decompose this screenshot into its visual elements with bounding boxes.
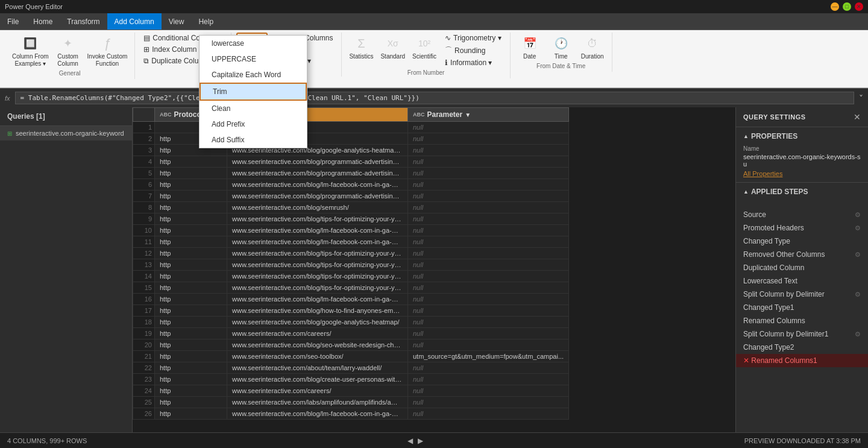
table-row[interactable]: 21httpwww.seerinteractive.com/seo-toolbo… [133, 351, 569, 362]
table-row[interactable]: 12httpwww.seerinteractive.com/blog/tips-… [133, 248, 569, 259]
capitalize-option[interactable]: Capitalize Each Word [200, 67, 307, 83]
menu-home[interactable]: Home [26, 13, 60, 30]
formula-input[interactable] [15, 92, 854, 104]
step-item-lowercased-text[interactable]: Lowercased Text [736, 274, 868, 288]
time-btn[interactable]: 🕐 Time [547, 33, 576, 62]
duration-btn[interactable]: ⏱ Duration [578, 33, 607, 62]
table-row[interactable]: 1www.seerinteractive.com/null [133, 122, 569, 133]
close-btn[interactable]: ✕ [855, 2, 863, 11]
step-item-split-column-by-delimiter[interactable]: Split Column by Delimiter⚙ [736, 288, 868, 301]
parameter-filter-btn[interactable]: ▼ [465, 112, 471, 118]
step-item-changed-type2[interactable]: Changed Type2 [736, 341, 868, 354]
table-row[interactable]: 17httpwww.seerinteractive.com/blog/how-t… [133, 305, 569, 317]
table-row[interactable]: 4httpwww.seerinteractive.com/blog/progra… [133, 156, 569, 168]
standard-btn[interactable]: Xσ Standard [378, 33, 407, 62]
scientific-btn[interactable]: 10² Scientific [410, 33, 439, 62]
clean-option[interactable]: Clean [200, 101, 307, 116]
add-prefix-option[interactable]: Add Prefix [200, 116, 307, 132]
step-label-changed-type: Changed Type [743, 237, 790, 245]
information-btn[interactable]: ℹ Information ▾ [441, 57, 505, 68]
cell-clean-url: www.seerinteractive.com/blog/tips-for-op… [227, 248, 408, 259]
table-row[interactable]: 25httpwww.seerinteractive.com/labs/ampli… [133, 397, 569, 408]
step-item-changed-type1[interactable]: Changed Type1 [736, 301, 868, 314]
table-row[interactable]: 15httpwww.seerinteractive.com/blog/tips-… [133, 282, 569, 294]
row-number: 2 [133, 133, 155, 145]
table-row[interactable]: 22httpwww.seerinteractive.com/about/team… [133, 362, 569, 374]
step-gear-source[interactable]: ⚙ [855, 211, 861, 219]
menu-file[interactable]: File [0, 13, 26, 30]
step-gear-split-column-by-delimiter[interactable]: ⚙ [855, 291, 861, 298]
table-row[interactable]: 11httpwww.seerinteractive.com/blog/lm-fa… [133, 236, 569, 248]
scroll-right-btn[interactable]: ▶ [418, 437, 423, 445]
cell-parameter: null [408, 397, 569, 408]
table-row[interactable]: 5httpwww.seerinteractive.com/blog/progra… [133, 168, 569, 179]
cell-clean-url: www.seerinteractive.com/blog/programmati… [227, 168, 408, 179]
menu-transform[interactable]: Transform [60, 13, 107, 30]
cell-clean-url: www.seerinteractive.com/blog/programmati… [227, 156, 408, 168]
rounding-btn[interactable]: ⌒ Rounding [441, 44, 505, 57]
table-row[interactable]: 7httpwww.seerinteractive.com/blog/progra… [133, 191, 569, 202]
step-gear-promoted-headers[interactable]: ⚙ [855, 224, 861, 232]
table-row[interactable]: 2httpwww.seerinteractive.com/null [133, 133, 569, 145]
scroll-left-btn[interactable]: ◀ [407, 437, 413, 445]
step-item-changed-type[interactable]: Changed Type [736, 235, 868, 248]
table-row[interactable]: 3httpwww.seerinteractive.com/blog/google… [133, 145, 569, 156]
invoke-custom-function-btn[interactable]: ƒ Invoke CustomFunction [85, 33, 130, 69]
table-row[interactable]: 16httpwww.seerinteractive.com/blog/lm-fa… [133, 294, 569, 305]
step-item-renamed-columns1[interactable]: ✕ Renamed Columns1 [736, 354, 868, 367]
column-from-examples-btn[interactable]: 🔲 Column FromExamples ▾ [10, 33, 51, 69]
step-label-split-column-by-delimiter1: Split Column by Delimiter1 [743, 330, 828, 338]
formula-expand-btn[interactable]: ˅ [859, 93, 863, 103]
row-number: 15 [133, 282, 155, 294]
sidebar: Queries [1] ⊞ seerinteractive.com-organi… [0, 107, 133, 432]
properties-label: PROPERTIES [751, 132, 797, 140]
from-date-items: 📅 Date 🕐 Time ⏱ Duration [515, 33, 607, 62]
step-item-source[interactable]: Source⚙ [736, 208, 868, 221]
menu-help[interactable]: Help [191, 13, 221, 30]
row-num-header [133, 108, 155, 122]
step-item-promoted-headers[interactable]: Promoted Headers⚙ [736, 221, 868, 235]
step-item-duplicated-column[interactable]: Duplicated Column [736, 261, 868, 274]
date-btn[interactable]: 📅 Date [515, 33, 544, 62]
step-gear-removed-other-columns[interactable]: ⚙ [855, 251, 861, 259]
table-row[interactable]: 20httpwww.seerinteractive.com/blog/seo-w… [133, 339, 569, 351]
step-item-renamed-columns[interactable]: Renamed Columns [736, 314, 868, 327]
maximize-btn[interactable]: □ [843, 2, 851, 11]
table-row[interactable]: 23httpwww.seerinteractive.com/blog/creat… [133, 374, 569, 385]
cell-parameter: null [408, 259, 569, 271]
lowercase-option[interactable]: lowercase [200, 36, 307, 51]
add-suffix-option[interactable]: Add Suffix [200, 132, 307, 148]
table-row[interactable]: 6httpwww.seerinteractive.com/blog/lm-fac… [133, 179, 569, 191]
uppercase-option[interactable]: UPPERCASE [200, 51, 307, 67]
table-row[interactable]: 14httpwww.seerinteractive.com/blog/tips-… [133, 271, 569, 282]
sidebar-item-seerinteractive[interactable]: ⊞ seerinteractive.com-organic-keyword [0, 126, 132, 140]
minimize-btn[interactable]: — [831, 2, 839, 11]
trigonometry-btn[interactable]: ∿ Trigonometry ▾ [441, 33, 505, 43]
cell-protocol: http [155, 168, 227, 179]
query-panel-close-btn[interactable]: ✕ [854, 112, 861, 122]
row-number: 21 [133, 351, 155, 362]
step-item-removed-other-columns[interactable]: Removed Other Columns⚙ [736, 248, 868, 261]
menu-view[interactable]: View [162, 13, 192, 30]
table-row[interactable]: 24httpwww.seerinteractive.com/careers/nu… [133, 385, 569, 397]
cell-parameter: null [408, 339, 569, 351]
table-row[interactable]: 19httpwww.seerinteractive.com/careers/nu… [133, 328, 569, 339]
row-number: 9 [133, 213, 155, 225]
conditional-column-icon: ▤ [143, 34, 150, 42]
table-row[interactable]: 26httpwww.seerinteractive.com/blog/lm-fa… [133, 408, 569, 420]
step-gear-split-column-by-delimiter1[interactable]: ⚙ [855, 330, 861, 338]
step-item-split-column-by-delimiter1[interactable]: Split Column by Delimiter1⚙ [736, 327, 868, 341]
table-scroll[interactable]: ABC Protocol ▼ ABC Clean URL ▼ [133, 107, 735, 432]
all-properties-link[interactable]: All Properties [743, 170, 861, 177]
cell-protocol: http [155, 156, 227, 168]
table-row[interactable]: 10httpwww.seerinteractive.com/blog/lm-fa… [133, 225, 569, 236]
table-row[interactable]: 18httpwww.seerinteractive.com/blog/googl… [133, 317, 569, 328]
trim-option[interactable]: Trim [200, 83, 307, 101]
custom-column-btn[interactable]: ✦ CustomColumn [54, 33, 83, 69]
table-row[interactable]: 9httpwww.seerinteractive.com/blog/tips-f… [133, 213, 569, 225]
table-row[interactable]: 8httpwww.seerinteractive.com/blog/semrus… [133, 202, 569, 213]
table-row[interactable]: 13httpwww.seerinteractive.com/blog/tips-… [133, 259, 569, 271]
cell-protocol: http [155, 202, 227, 213]
menu-add-column[interactable]: Add Column [107, 13, 162, 30]
statistics-btn[interactable]: Σ Statistics [347, 33, 376, 62]
